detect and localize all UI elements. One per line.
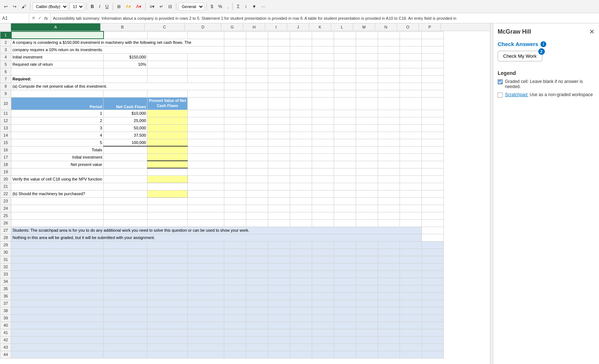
cell-j26[interactable] <box>290 219 312 227</box>
cell-d21[interactable] <box>188 183 224 190</box>
cell-l2[interactable] <box>334 39 356 46</box>
cell-i21[interactable] <box>268 183 290 190</box>
row-num-11[interactable]: 11 <box>0 110 11 117</box>
row-num-35[interactable]: 35 <box>0 285 11 292</box>
col-header-d[interactable]: D <box>185 23 221 31</box>
cell-b25[interactable] <box>104 212 147 219</box>
cell-c24[interactable] <box>147 205 188 212</box>
cell-b6[interactable] <box>104 68 147 75</box>
cell-i8[interactable] <box>268 83 290 90</box>
cell-h8[interactable] <box>246 83 268 90</box>
row-num-42[interactable]: 42 <box>0 336 11 344</box>
cell-a27-scratchpad[interactable]: Students: The scratchpad area is for you… <box>11 227 422 234</box>
cell-reference-box[interactable]: A1 <box>0 13 29 23</box>
cell-g26[interactable] <box>224 219 246 227</box>
cell-i19[interactable] <box>268 168 290 175</box>
cell-a7[interactable]: Required: <box>11 75 104 83</box>
cell-l25[interactable] <box>334 212 356 219</box>
cell-o4[interactable] <box>400 53 422 61</box>
cell-d24[interactable] <box>188 205 224 212</box>
cell-h22[interactable] <box>246 190 268 197</box>
cell-g19[interactable] <box>224 168 246 175</box>
cell-p15[interactable] <box>422 139 444 146</box>
cell-l26[interactable] <box>334 219 356 227</box>
row-num-21[interactable]: 21 <box>0 183 11 190</box>
cell-d9[interactable] <box>188 90 224 97</box>
cell-o21[interactable] <box>400 183 422 190</box>
cell-n12[interactable] <box>378 117 400 124</box>
cell-k9[interactable] <box>312 90 334 97</box>
filter-button[interactable]: ▼ <box>250 3 258 10</box>
cell-k29[interactable] <box>312 241 334 249</box>
cell-j22[interactable] <box>290 190 312 197</box>
cell-n7[interactable] <box>378 75 400 83</box>
cell-h21[interactable] <box>246 183 268 190</box>
row-num-10[interactable]: 10 <box>0 97 11 110</box>
cell-m29[interactable] <box>356 241 378 249</box>
comma-button[interactable]: , <box>225 3 230 10</box>
cell-g8[interactable] <box>224 83 246 90</box>
cell-k11[interactable] <box>312 110 334 117</box>
cell-l11[interactable] <box>334 110 356 117</box>
col-header-j[interactable]: J <box>287 23 309 31</box>
cell-d26[interactable] <box>188 219 224 227</box>
row-num-44[interactable]: 44 <box>0 351 11 358</box>
cell-i20[interactable] <box>268 175 290 183</box>
col-header-c[interactable]: C <box>145 23 185 31</box>
cell-p11[interactable] <box>422 110 444 117</box>
cell-p22[interactable] <box>422 190 444 197</box>
cell-p20[interactable] <box>422 175 444 183</box>
cell-h3[interactable] <box>246 46 268 53</box>
cell-p4[interactable] <box>422 53 444 61</box>
align-button[interactable]: ≡▾ <box>148 3 156 10</box>
cell-o23[interactable] <box>400 197 422 205</box>
cell-a23[interactable] <box>11 197 104 205</box>
cell-a9[interactable] <box>11 90 104 97</box>
cell-l23[interactable] <box>334 197 356 205</box>
cell-p8[interactable] <box>422 83 444 90</box>
cell-g20[interactable] <box>224 175 246 183</box>
row-num-26[interactable]: 26 <box>0 219 11 227</box>
percent-button[interactable]: % <box>216 3 224 10</box>
cell-k2[interactable] <box>312 39 334 46</box>
col-header-o[interactable]: O <box>397 23 419 31</box>
cell-n23[interactable] <box>378 197 400 205</box>
cell-d11[interactable] <box>188 110 224 117</box>
cell-k26[interactable] <box>312 219 334 227</box>
cell-n5[interactable] <box>378 61 400 68</box>
cell-n3[interactable] <box>378 46 400 53</box>
row-num-40[interactable]: 40 <box>0 322 11 329</box>
cell-o16[interactable] <box>400 146 422 153</box>
cell-m12[interactable] <box>356 117 378 124</box>
cell-d10[interactable] <box>188 97 224 110</box>
cell-l14[interactable] <box>334 132 356 139</box>
cell-l1[interactable] <box>334 31 356 39</box>
cell-g17[interactable] <box>224 153 246 161</box>
cell-c16[interactable] <box>147 146 188 153</box>
panel-close-button[interactable]: ✕ <box>589 28 595 36</box>
col-header-g[interactable]: G <box>221 23 243 31</box>
cell-g11[interactable] <box>224 110 246 117</box>
col-header-p[interactable]: P <box>419 23 441 31</box>
cell-i7[interactable] <box>268 75 290 83</box>
cell-h18[interactable] <box>246 161 268 168</box>
cell-b15[interactable]: 100,000 <box>104 139 147 146</box>
cell-i6[interactable] <box>268 68 290 75</box>
wrap-button[interactable]: ↵ <box>158 3 165 10</box>
row-num-25[interactable]: 25 <box>0 212 11 219</box>
row-num-13[interactable]: 13 <box>0 124 11 132</box>
cell-l17[interactable] <box>334 153 356 161</box>
cell-m9[interactable] <box>356 90 378 97</box>
cell-b14[interactable]: 37,500 <box>104 132 147 139</box>
cell-c23[interactable] <box>147 197 188 205</box>
cell-p17[interactable] <box>422 153 444 161</box>
cell-d29[interactable] <box>188 241 224 249</box>
cell-n6[interactable] <box>378 68 400 75</box>
cell-p13[interactable] <box>422 124 444 132</box>
cell-h29[interactable] <box>246 241 268 249</box>
cell-p24[interactable] <box>422 205 444 212</box>
row-num-20[interactable]: 20 <box>0 175 11 183</box>
row-num-43[interactable]: 43 <box>0 344 11 351</box>
formula-text[interactable]: Accessibility tab summary: Information a… <box>51 16 599 20</box>
cell-d5[interactable] <box>188 61 224 68</box>
